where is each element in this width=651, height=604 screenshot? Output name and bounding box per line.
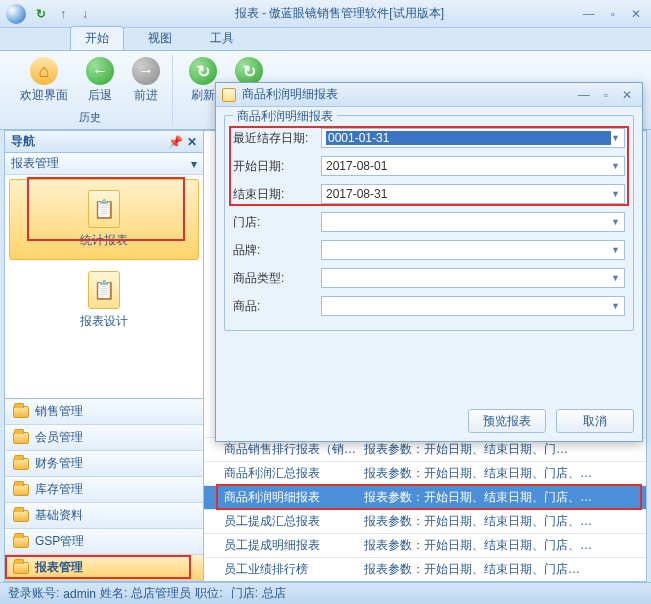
nav-grp-report[interactable]: 报表管理 — [5, 555, 203, 581]
title-bar: ↻ ↑ ↓ 报表 - 傲蓝眼镜销售管理软件[试用版本] — ▫ ✕ — [0, 0, 651, 28]
nav-groups: 销售管理 会员管理 财务管理 库存管理 基础资料 GSP管理 报表管理 — [5, 398, 203, 581]
close-button[interactable]: ✕ — [627, 7, 645, 21]
report-icon — [222, 88, 236, 102]
folder-icon — [13, 458, 29, 470]
chevron-down-icon: ▼ — [611, 189, 620, 199]
category-combo[interactable]: ▼ — [321, 268, 625, 288]
fieldset-legend: 商品利润明细报表 — [233, 108, 337, 125]
tab-view[interactable]: 视图 — [134, 27, 186, 50]
field-start-date: 开始日期: 2017-08-01▼ — [233, 154, 625, 178]
status-bar: 登录账号: admin 姓名: 总店管理员 职位: 门店: 总店 — [0, 582, 651, 604]
home-icon — [30, 57, 58, 85]
chevron-down-icon: ▼ — [611, 301, 620, 311]
ribbon-group-history: 欢迎界面 后退 前进 历史 — [8, 55, 173, 125]
dialog-maximize-button[interactable]: ▫ — [600, 88, 612, 102]
list-item[interactable]: 商品利润汇总报表报表参数：开始日期、结束日期、门店、… — [204, 461, 646, 485]
nav-body: 统计报表 报表设计 — [5, 175, 203, 398]
product-combo[interactable]: ▼ — [321, 296, 625, 316]
folder-icon — [13, 536, 29, 548]
dialog-body: 商品利润明细报表 最近结存日期: 0001-01-31▼ 开始日期: 2017-… — [216, 107, 642, 401]
brand-combo[interactable]: ▼ — [321, 240, 625, 260]
nav-grp-finance[interactable]: 财务管理 — [5, 451, 203, 477]
nav-pin-icon[interactable]: 📌 — [168, 135, 183, 149]
nav-grp-sales[interactable]: 销售管理 — [5, 399, 203, 425]
end-date-combo[interactable]: 2017-08-31▼ — [321, 184, 625, 204]
qat-up-icon[interactable]: ↑ — [54, 5, 72, 23]
preview-button[interactable]: 预览报表 — [468, 409, 546, 433]
report-list: 商品销售排行报表（销…报表参数：开始日期、结束日期、门… 商品利润汇总报表报表参… — [204, 437, 646, 581]
nav-grp-gsp[interactable]: GSP管理 — [5, 529, 203, 555]
qat-refresh-icon[interactable]: ↻ — [32, 5, 50, 23]
ribbon-tabs: 开始 视图 工具 — [0, 28, 651, 50]
run-icon — [235, 57, 263, 85]
tab-start[interactable]: 开始 — [70, 26, 124, 50]
nav-grp-basic[interactable]: 基础资料 — [5, 503, 203, 529]
clipboard-icon — [88, 271, 120, 309]
dialog-buttons: 预览报表 取消 — [216, 401, 642, 441]
cancel-button[interactable]: 取消 — [556, 409, 634, 433]
folder-icon — [13, 484, 29, 496]
last-settle-combo[interactable]: 0001-01-31▼ — [321, 128, 625, 148]
minimize-button[interactable]: — — [579, 7, 599, 21]
status-name: 总店管理员 — [131, 585, 191, 602]
welcome-button[interactable]: 欢迎界面 — [16, 55, 72, 106]
status-store: 总店 — [262, 585, 286, 602]
folder-icon — [13, 562, 29, 574]
dialog-close-button[interactable]: ✕ — [618, 88, 636, 102]
folder-icon — [13, 406, 29, 418]
refresh-icon — [189, 57, 217, 85]
quick-access-toolbar: ↻ ↑ ↓ — [32, 5, 94, 23]
nav-header: 导航 📌 ✕ — [5, 131, 203, 153]
dialog-minimize-button[interactable]: — — [574, 88, 594, 102]
field-category: 商品类型: ▼ — [233, 266, 625, 290]
field-last-settle: 最近结存日期: 0001-01-31▼ — [233, 126, 625, 150]
chevron-down-icon: ▼ — [611, 133, 620, 143]
list-item[interactable]: 员工业绩排行榜报表参数：开始日期、结束日期、门店… — [204, 557, 646, 581]
list-item[interactable]: 员工提成汇总报表报表参数：开始日期、结束日期、门店、… — [204, 509, 646, 533]
report-param-dialog: 商品利润明细报表 — ▫ ✕ 商品利润明细报表 最近结存日期: 0001-01-… — [215, 82, 643, 442]
chevron-down-icon: ▾ — [191, 157, 197, 171]
status-account: admin — [63, 587, 96, 601]
dialog-title: 商品利润明细报表 — [242, 86, 338, 103]
dialog-title-bar: 商品利润明细报表 — ▫ ✕ — [216, 83, 642, 107]
forward-icon — [132, 57, 160, 85]
nav-section-header[interactable]: 报表管理 ▾ — [5, 153, 203, 175]
nav-grp-member[interactable]: 会员管理 — [5, 425, 203, 451]
tile-stat-report[interactable]: 统计报表 — [9, 179, 199, 260]
folder-icon — [13, 510, 29, 522]
chevron-down-icon: ▼ — [611, 217, 620, 227]
store-combo[interactable]: ▼ — [321, 212, 625, 232]
app-orb-icon[interactable] — [6, 4, 26, 24]
nav-title: 导航 — [11, 133, 35, 150]
list-item[interactable]: 员工提成明细报表报表参数：开始日期、结束日期、门店、… — [204, 533, 646, 557]
field-brand: 品牌: ▼ — [233, 238, 625, 262]
field-end-date: 结束日期: 2017-08-31▼ — [233, 182, 625, 206]
field-product: 商品: ▼ — [233, 294, 625, 318]
nav-panel: 导航 📌 ✕ 报表管理 ▾ 统计报表 报表设计 销售管理 会员管理 财务管理 — [4, 130, 204, 582]
tab-tools[interactable]: 工具 — [196, 27, 248, 50]
chevron-down-icon: ▼ — [611, 161, 620, 171]
maximize-button[interactable]: ▫ — [607, 7, 619, 21]
nav-close-icon[interactable]: ✕ — [187, 135, 197, 149]
tile-report-design[interactable]: 报表设计 — [9, 260, 199, 341]
window-title: 报表 - 傲蓝眼镜销售管理软件[试用版本] — [100, 5, 579, 22]
forward-button[interactable]: 前进 — [128, 55, 164, 106]
chevron-down-icon: ▼ — [611, 245, 620, 255]
ribbon-group-label: 历史 — [79, 110, 101, 125]
window-buttons: — ▫ ✕ — [579, 7, 645, 21]
folder-icon — [13, 432, 29, 444]
param-fieldset: 商品利润明细报表 最近结存日期: 0001-01-31▼ 开始日期: 2017-… — [224, 115, 634, 331]
list-item[interactable]: 商品利润明细报表报表参数：开始日期、结束日期、门店、… — [204, 485, 646, 509]
back-button[interactable]: 后退 — [82, 55, 118, 106]
chevron-down-icon: ▼ — [611, 273, 620, 283]
qat-down-icon[interactable]: ↓ — [76, 5, 94, 23]
clipboard-icon — [88, 190, 120, 228]
start-date-combo[interactable]: 2017-08-01▼ — [321, 156, 625, 176]
nav-grp-stock[interactable]: 库存管理 — [5, 477, 203, 503]
back-icon — [86, 57, 114, 85]
field-store: 门店: ▼ — [233, 210, 625, 234]
